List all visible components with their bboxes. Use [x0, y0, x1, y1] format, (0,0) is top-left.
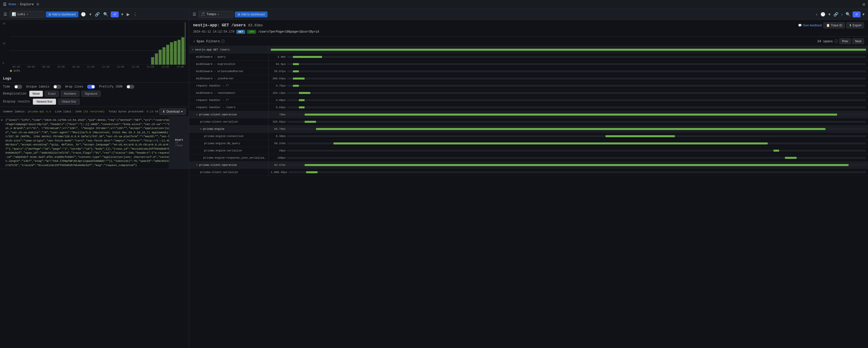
span-duration: 8.38ms	[271, 135, 286, 138]
nav-right: ⊡	[863, 2, 865, 7]
span-row[interactable]: ▼ prisma:client:operation 66.97ms	[189, 162, 868, 169]
collapse-toggle[interactable]: ▼	[192, 48, 194, 51]
dedup-exact-button[interactable]: Exact	[45, 91, 59, 97]
span-filters-toggle[interactable]: › Span Filters i	[193, 39, 225, 43]
span-name-col: prisma:engine:serialize	[189, 147, 269, 154]
right-toggle-sidebar-icon[interactable]: ☰	[192, 11, 197, 18]
time-picker-chevron[interactable]: ▾	[88, 11, 92, 17]
span-row[interactable]: request handler - /* 4.75μs	[189, 82, 868, 90]
add-to-dashboard-button[interactable]: ⊞ Add to dashboard	[46, 11, 79, 18]
toggle-sidebar-icon[interactable]: ☰	[2, 11, 8, 18]
span-row[interactable]: prisma:engine:serialize 26μs	[189, 147, 868, 154]
span-row[interactable]: middleware - query 2.9ms	[189, 54, 868, 61]
right-add-to-dashboard-button[interactable]: ⊞ Add to dashboard	[235, 11, 268, 18]
span-row[interactable]: prisma:engine:connection 8.38ms	[189, 133, 868, 140]
span-row[interactable]: request handler - /users 5.63μs	[189, 104, 868, 111]
newest-first-button[interactable]: Newest first	[33, 99, 56, 105]
share-icon[interactable]: ⎘	[37, 2, 39, 6]
span-name-col: middleware - jsonParser	[189, 75, 269, 82]
prettify-json-toggle[interactable]	[126, 85, 134, 89]
right-link-button[interactable]: 🔗	[832, 11, 839, 17]
span-row[interactable]: middleware - urlencodedParser 55.67μs	[189, 68, 868, 75]
span-bar	[305, 164, 848, 166]
chevron-right-icon: ›	[193, 39, 195, 43]
oldest-first-button[interactable]: Oldest first	[58, 99, 80, 105]
span-bar-col: 1.000.46μs	[269, 169, 868, 176]
collapse-toggle[interactable]: ▼	[196, 164, 197, 167]
run-query-button[interactable]: ▶	[126, 11, 131, 17]
next-page-right-button[interactable]: ›	[840, 12, 844, 17]
unique-labels-toggle[interactable]	[53, 85, 61, 89]
chevron-down-button[interactable]: ▾	[120, 11, 124, 17]
trace-header: nestjs-app: GET /users 83.63ms 💬 Give fe…	[189, 20, 868, 37]
span-row[interactable]: ▼ nestjs-app GET /users	[189, 46, 868, 54]
span-row[interactable]: ▼ prisma:client:operation 70ms	[189, 111, 868, 118]
refresh-button[interactable]: ↺	[111, 11, 119, 18]
zoom-out-right-button[interactable]: 🔍	[845, 11, 851, 17]
time-chevron-button[interactable]: ▾	[828, 11, 831, 17]
span-bar	[299, 92, 311, 94]
display-results-label: Display results	[3, 100, 30, 103]
dedup-none-button[interactable]: None	[29, 91, 43, 97]
dedup-signature-button[interactable]: Signature	[82, 91, 100, 97]
span-bar	[293, 85, 299, 87]
next-button[interactable]: Next	[852, 38, 864, 44]
span-row[interactable]: ▼ prisma:engine 66.78ms	[189, 126, 868, 133]
log-meta-labels: Common labels: prisma-api o.o Line limit…	[3, 110, 158, 113]
span-bar	[293, 63, 299, 65]
dedup-numbers-button[interactable]: Numbers	[61, 91, 80, 97]
trace-id-button[interactable]: 📋 Trace ID	[824, 22, 845, 28]
svg-rect-9	[166, 45, 169, 65]
span-name-col: prisma:engine:db_query	[189, 140, 269, 147]
home-link[interactable]: Home	[8, 2, 16, 6]
legend-label: info	[13, 69, 20, 72]
datasource-select[interactable]: 📊 Loki ▾	[9, 11, 44, 18]
span-row[interactable]: prisma:client:serialize 1.000.46μs	[189, 169, 868, 176]
wrap-lines-label: Wrap lines	[65, 85, 83, 89]
time-picker-button[interactable]: 🕐	[80, 11, 87, 17]
zoom-out-button[interactable]: 🔍	[102, 11, 109, 17]
status-badge: 200	[247, 30, 256, 34]
prev-page-button[interactable]: ‹	[815, 12, 818, 17]
wrap-lines-toggle[interactable]	[87, 85, 95, 89]
give-feedback-button[interactable]: 💬 Give feedback	[798, 24, 822, 27]
span-row[interactable]: prisma:engine:response_json_serializatio…	[189, 154, 868, 162]
prettify-json-label: Prettify JSON	[99, 85, 122, 89]
span-bar	[773, 150, 779, 152]
span-name: middleware - jsonParser	[196, 77, 234, 80]
span-name-col: ▼ prisma:engine	[189, 126, 269, 133]
line-limit-label: Line limit:	[55, 110, 73, 113]
span-bar-col: 2.9ms	[269, 54, 868, 60]
span-bar	[305, 114, 837, 115]
span-duration: 66.97ms	[271, 164, 286, 167]
span-name: prisma:engine	[203, 128, 224, 131]
span-row[interactable]: middleware - jsonParser 208.54μs	[189, 75, 868, 82]
span-row[interactable]: middleware - expressInit 62.5μs	[189, 61, 868, 68]
export-button[interactable]: ⬆ Export	[846, 22, 864, 28]
span-row[interactable]: prisma:client:serialize 326.92μs	[189, 118, 868, 126]
log-expand-button[interactable]: ▶	[0, 116, 4, 169]
range-label: Start	[175, 138, 183, 141]
span-name-col: prisma:engine:connection	[189, 133, 269, 140]
span-row[interactable]: prisma:engine:db_query 50.37ms	[189, 140, 868, 147]
right-refresh-button[interactable]: ↺	[852, 11, 861, 18]
right-datasource-select[interactable]: 🎵 Tempo ▾	[198, 11, 234, 18]
right-chevron-down-button[interactable]: ▾	[862, 11, 866, 17]
common-labels-label: Common labels:	[3, 110, 26, 113]
span-name: prisma:client:serialize	[200, 120, 238, 123]
span-row[interactable]: request handler - /* 4.88μs	[189, 97, 868, 104]
prev-button[interactable]: Prev	[839, 38, 851, 44]
feedback-label: Give feedback	[803, 24, 822, 27]
tv-icon[interactable]: ⊡	[863, 2, 865, 7]
link-button[interactable]: 🔗	[94, 11, 101, 17]
hamburger-icon[interactable]: ☰	[3, 2, 6, 7]
download-button[interactable]: ⬇ Download ▾	[159, 108, 186, 115]
more-options-button[interactable]: ⋮	[132, 11, 138, 17]
svg-rect-6	[155, 54, 158, 65]
collapse-toggle[interactable]: ▼	[196, 113, 197, 116]
time-toggle[interactable]	[14, 85, 22, 89]
span-row[interactable]: middleware - <anonymous> 193.13μs	[189, 90, 868, 97]
time-range-button[interactable]: 🕐	[819, 11, 827, 17]
collapse-toggle[interactable]: ▼	[200, 128, 202, 131]
span-bar-col: 55.67μs	[269, 68, 868, 75]
